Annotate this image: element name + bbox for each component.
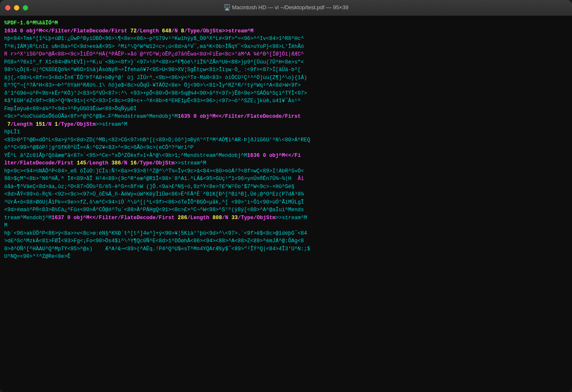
- window-title: 🖥️ Macintosh HD — vi ~/Desktop/test.pdf …: [224, 4, 348, 12]
- terminal-line: E^?Ç"¬[^?À^H<83>¬Þ^"ñYàH^RÆó½.1\ ñö}ø$<8…: [4, 82, 568, 90]
- terminal-line: 1634 0 obj^M<</Filter/FlateDecode/First …: [4, 27, 568, 35]
- minimize-button[interactable]: [14, 5, 19, 11]
- terminal-line: ó*^C<99>^@$ôP!¦g^SfK®^ÙÎ=<Á:^G2¥<83>^<9c…: [4, 144, 568, 152]
- terminal-line: hþLÌ1: [4, 128, 568, 136]
- terminal-line: 98>\çÒ(6-ü¦^C%S©£Qó¾<^W6O>1½ã)ÀsòNý®¬>Îf…: [4, 66, 568, 74]
- terminal-window: 🖥️ Macintosh HD — vi ~/Desktop/test.pdf …: [0, 0, 572, 392]
- terminal-line: hþ<84>Tmk^[1^Lþ+úØ1:¿ÛwP^ByiÚBÓ<96>\¶<8e…: [4, 35, 568, 43]
- terminal-line: T^H¡IÁM)R^LnI± uN<8a>^C<9d>e¤àÆ<95> ^Mí^…: [4, 43, 568, 51]
- terminal-line: 7/Length 151/N 1/Type/ObjStm>>stream^M: [4, 121, 568, 129]
- terminal-line: 98>$çM"<8b>°N¢^HÃ,ª Ï¢<89>åÎ H²4<89>(9c^…: [4, 175, 568, 183]
- terminal-line: R r>^X°iSG^D¤^@Â<88><9c>ÌiÉO^^HÄ{^PÁÊP-»…: [4, 50, 568, 58]
- terminal-line: <9d>#øaò^P®<83>B½Cà¿^Fü±<80>Á^CÔ@#^?u`<8…: [4, 206, 568, 214]
- terminal-output[interactable]: %PDF-1.6^M%âãÏÓ^M 1634 0 obj^M<</Filter/…: [0, 16, 572, 392]
- terminal-line: hþ<9c><94>½NÄÔ^P<84>_eß ôÎúO:]CÌs:Ñ!<8a>…: [4, 167, 568, 175]
- terminal-line: >d£^Sc^MzkÀ<81>FØÎ<93>Fg<¡Fo<90>Ös4$i^\^…: [4, 237, 568, 245]
- maximize-button[interactable]: [23, 5, 28, 11]
- terminal-line: <9c>"»½oC½úéGxÕ6oÛÃà<8f>^@^C^@$«.F^Mends…: [4, 113, 568, 121]
- terminal-line: ¢å"£GH°éZ<9f><96>^Q^N<91>(<^C<93>I<8c><9…: [4, 97, 568, 105]
- terminal-line: óåà~¶^VäeÇ<8d>âa,ûz;^O<87>ÓÓù²ß/ë5-ë^S×<…: [4, 183, 568, 191]
- terminal-line: 0>ð^OÑ^[^HÀAU^Q^MpTY<95>^@±) Æ^A²&¬<89>(…: [4, 245, 568, 253]
- terminal-line: tream^Mendobj^M1637 0 obj^M<</Filter/Fla…: [4, 214, 568, 222]
- terminal-line: YÊ^L ã^Zc0îÅþ²Qôãæœ"ã<87>`<95>^Ce÷"xÕ^ZÖ…: [4, 152, 568, 160]
- terminal-line: Pß8»^?8xî^_f X1<84>Ø¾^EVÌ|÷^K¡u`<8b><8f>…: [4, 58, 568, 66]
- close-button[interactable]: [5, 5, 11, 11]
- terminal-line: âj{,<98>L<8f>=3<8d>Ìn¢¯ÊÔ°ÞT^A8+bØý^@' û…: [4, 74, 568, 82]
- terminal-line: <83>0^T^@Ð«dÓ^L<9a>ÿ^S<8d>ZD(^MB¡<82>CG<…: [4, 136, 568, 144]
- terminal-line: hþ´<96>akÛÔ^P<86>ÿ<8a>>v<8c>ø:éN§^K%Ð`t^…: [4, 230, 568, 238]
- titlebar: 🖥️ Macintosh HD — vi ~/Desktop/test.pdf …: [0, 0, 572, 16]
- terminal-line: <8d>ÂÝ<99>ó-®ç%·<92><9c><97>Ü_öÈ¾Á_ñ-ÄëW…: [4, 191, 568, 199]
- traffic-lights: [5, 5, 28, 11]
- terminal-line: ð'1^G9é=ú^P<9b>kÈr^KÖ)°J<83>S^VÛ<87>:^\ …: [4, 90, 568, 98]
- terminal-line: U^NQ=<90>*³^Z@Re<8e>Ê: [4, 253, 568, 261]
- terminal-line: %PDF-1.6^M%âãÏÓ^M: [4, 19, 568, 27]
- terminal-line: M: [4, 222, 568, 230]
- terminal-line: ^UrÁ+ô<88>ØôU|ÃîPk=<9e>>fZ,ô\m^C<94>íÒ`^…: [4, 199, 568, 207]
- terminal-line: lter/FlateDecode/First 145/Length 386/N …: [4, 159, 568, 167]
- terminal-line: FmpÎøÿuê<89>á¾^?<94>³^PyÙGO3Êúw<89>ÕqÑÿμ…: [4, 105, 568, 113]
